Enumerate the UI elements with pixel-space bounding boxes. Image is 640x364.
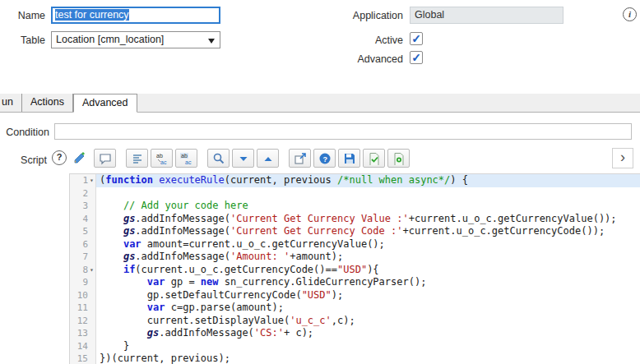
- code-line[interactable]: if(current.u_o_c.getCurrencyCode()=="USD…: [96, 264, 640, 277]
- advanced-checkbox[interactable]: ✓: [410, 51, 423, 64]
- info-icon[interactable]: [623, 7, 637, 21]
- fold-arrow-icon[interactable]: ▾: [88, 174, 95, 187]
- open-in-window-button[interactable]: [289, 149, 311, 168]
- code-line[interactable]: (function executeRule(current, previous …: [96, 174, 640, 187]
- save-button[interactable]: [338, 149, 360, 168]
- fold-spacer: [88, 276, 95, 289]
- code-line[interactable]: var c=gp.parse(amount);: [96, 302, 640, 315]
- search-button[interactable]: [207, 149, 230, 168]
- code-line[interactable]: gs.addInfoMessage('CS:'+ c);: [96, 327, 640, 340]
- line-number[interactable]: 10: [70, 289, 95, 302]
- toolbar-expand-button[interactable]: [612, 148, 633, 168]
- code-line[interactable]: gp.setDefaultCurrencyCode("USD");: [96, 289, 640, 302]
- code-line[interactable]: gs.addInfoMessage('Current Get Currency …: [96, 213, 640, 226]
- fold-spacer: [88, 315, 95, 328]
- line-number[interactable]: 6: [70, 238, 95, 251]
- code-line[interactable]: var gp = new sn_currency.GlideCurrencyPa…: [96, 276, 640, 289]
- line-number[interactable]: 1▾: [70, 174, 95, 187]
- line-number[interactable]: 13: [70, 327, 95, 340]
- condition-label: Condition: [0, 123, 49, 141]
- line-number[interactable]: 12: [70, 315, 95, 328]
- svg-text:ac: ac: [185, 159, 192, 165]
- script-label: Script: [0, 151, 47, 169]
- line-number[interactable]: 15: [70, 352, 95, 364]
- fold-spacer: [88, 251, 95, 264]
- editor-help-button[interactable]: ?: [313, 149, 336, 168]
- code-line[interactable]: [96, 187, 640, 200]
- name-input-selected-text: test for currency: [55, 9, 129, 21]
- code-line[interactable]: current.setDisplayValue('u_c_c',c);: [96, 315, 640, 328]
- svg-text:?: ?: [322, 154, 327, 163]
- line-number[interactable]: 9: [70, 276, 95, 289]
- tab-actions[interactable]: Actions: [22, 94, 73, 112]
- fold-arrow-icon[interactable]: ▾: [88, 264, 95, 277]
- svg-text:ab: ab: [181, 153, 188, 159]
- code-line[interactable]: gs.addInfoMessage('Current Get Currency …: [96, 225, 640, 238]
- script-toolbar: abacabac?: [94, 149, 410, 168]
- line-number[interactable]: 7: [70, 251, 95, 264]
- code-line[interactable]: gs.addInfoMessage('Amount: '+amount);: [96, 251, 640, 264]
- line-number[interactable]: 11: [70, 302, 95, 315]
- tab-advanced[interactable]: Advanced: [73, 94, 137, 113]
- fold-spacer: [88, 225, 95, 238]
- field-help-icon[interactable]: [52, 150, 67, 165]
- fold-spacer: [88, 302, 95, 315]
- active-checkbox[interactable]: ✓: [410, 32, 423, 45]
- line-number[interactable]: 3: [70, 200, 95, 213]
- line-number[interactable]: 14: [70, 340, 95, 353]
- create-macro-button[interactable]: [387, 149, 410, 168]
- svg-text:ac: ac: [160, 159, 167, 165]
- fold-spacer: [88, 340, 95, 353]
- tab-bar: unActionsAdvanced: [0, 94, 640, 113]
- line-number[interactable]: 4: [70, 213, 95, 226]
- line-number[interactable]: 2: [70, 187, 95, 200]
- fold-spacer: [88, 327, 95, 340]
- line-number[interactable]: 8▾: [70, 264, 95, 277]
- chevron-down-icon: [208, 39, 215, 44]
- condition-input[interactable]: [54, 123, 632, 140]
- replace-button[interactable]: abac: [151, 149, 173, 168]
- editor-code[interactable]: (function executeRule(current, previous …: [96, 174, 640, 364]
- fold-spacer: [88, 238, 95, 251]
- advanced-label: Advanced: [321, 50, 403, 68]
- fold-spacer: [88, 200, 95, 213]
- table-select[interactable]: Location [cmn_location]: [51, 31, 220, 48]
- replace-all-button[interactable]: abac: [175, 149, 197, 168]
- line-number[interactable]: 5: [70, 225, 95, 238]
- table-label: Table: [0, 31, 45, 49]
- fold-spacer: [88, 187, 95, 200]
- fold-spacer: [88, 213, 95, 226]
- code-line[interactable]: }: [96, 340, 640, 353]
- table-select-value: Location [cmn_location]: [56, 34, 164, 45]
- business-rule-form: Name test for currency Application Globa…: [0, 0, 640, 364]
- toggle-comment-button[interactable]: [94, 149, 116, 168]
- find-previous-button[interactable]: [257, 149, 279, 168]
- find-next-button[interactable]: [232, 149, 254, 168]
- application-field: Global: [410, 7, 563, 24]
- format-code-button[interactable]: [126, 149, 148, 168]
- editor-gutter[interactable]: 1▾2 3 4 5 6 7 8▾9 10 11 12 13 14 15: [70, 174, 96, 364]
- code-line[interactable]: // Add your code here: [96, 200, 640, 213]
- application-label: Application: [321, 7, 403, 25]
- fold-spacer: [88, 289, 95, 302]
- tab-un[interactable]: un: [0, 94, 22, 112]
- name-label: Name: [0, 7, 45, 25]
- code-line[interactable]: var amount=current.u_o_c.getCurrencyValu…: [96, 238, 640, 251]
- script-editor[interactable]: 1▾2 3 4 5 6 7 8▾9 10 11 12 13 14 15 (fun…: [69, 173, 640, 364]
- name-input[interactable]: test for currency: [51, 7, 220, 24]
- script-debugger-icon[interactable]: [72, 150, 89, 166]
- svg-text:ab: ab: [156, 153, 163, 159]
- syntax-check-button[interactable]: [363, 149, 385, 168]
- active-label: Active: [321, 31, 403, 49]
- code-line[interactable]: })(current, previous);: [96, 352, 640, 364]
- fold-spacer: [88, 352, 95, 364]
